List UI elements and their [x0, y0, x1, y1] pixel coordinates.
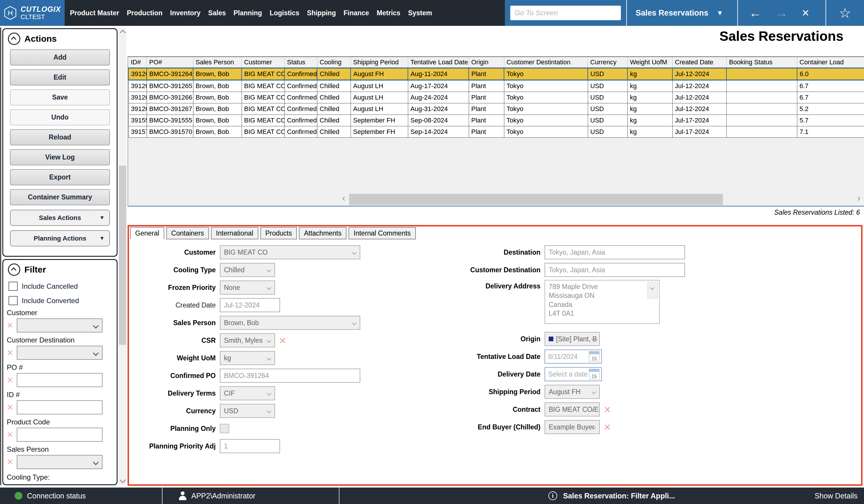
cell-shipping-period[interactable]: August LH	[351, 92, 408, 103]
cell-container-load[interactable]: 6.0	[797, 68, 864, 80]
cell-customer[interactable]: BIG MEAT CO	[242, 80, 285, 92]
cell-origin[interactable]: Plant	[469, 80, 504, 92]
nav-item-finance[interactable]: Finance	[344, 9, 369, 17]
goto-screen-input[interactable]	[510, 5, 621, 20]
col-header-status[interactable]: Status	[285, 57, 317, 68]
col-header-po[interactable]: PO#	[147, 57, 193, 68]
clear-icon[interactable]: ×	[604, 404, 611, 415]
cell-origin[interactable]: Plant	[469, 126, 504, 138]
cell-cooling[interactable]: Chilled	[317, 126, 351, 138]
clear-icon[interactable]: ×	[3, 402, 17, 413]
export-button[interactable]: Export	[10, 169, 110, 185]
nav-item-planning[interactable]: Planning	[233, 9, 262, 17]
col-header-customer[interactable]: Customer	[242, 57, 285, 68]
cell-po[interactable]: BMCO-391570	[147, 126, 193, 138]
cell-sales-person[interactable]: Brown, Bob	[193, 80, 242, 92]
cell-id[interactable]: 391264	[129, 68, 147, 80]
calendar-icon[interactable]: 15	[589, 351, 600, 362]
show-details-link[interactable]: Show Details	[815, 488, 857, 504]
cell-id[interactable]: 391267	[129, 103, 147, 115]
edit-button[interactable]: Edit	[10, 69, 110, 85]
customer-select[interactable]: BIG MEAT CO	[220, 245, 360, 259]
cell-sales-person[interactable]: Brown, Bob	[193, 68, 242, 80]
collapse-chevron-icon[interactable]	[8, 33, 20, 45]
cell-weight-uofm[interactable]: kg	[627, 68, 672, 80]
cell-tentative-load-date[interactable]: Aug-11-2024	[408, 68, 469, 80]
cell-status[interactable]: Confirmed	[285, 115, 317, 126]
scrollbar-thumb[interactable]	[119, 165, 127, 345]
cell-cooling[interactable]: Chilled	[317, 115, 351, 126]
planning-only-checkbox[interactable]	[220, 424, 229, 433]
delivery-date-date-input[interactable]: Select a date15	[544, 367, 602, 381]
clear-icon[interactable]: ×	[3, 375, 17, 385]
reload-button[interactable]: Reload	[10, 129, 110, 145]
cell-customer[interactable]: BIG MEAT CO	[242, 115, 285, 126]
cell-sales-person[interactable]: Brown, Bob	[193, 92, 242, 103]
clear-icon[interactable]: ×	[604, 421, 611, 433]
cell-status[interactable]: Confirmed	[285, 126, 317, 138]
cell-origin[interactable]: Plant	[469, 92, 504, 103]
shipping-period-select[interactable]: August FH	[544, 385, 600, 399]
cell-customer-destintation[interactable]: Tokyo	[504, 115, 588, 126]
cell-weight-uofm[interactable]: kg	[627, 80, 672, 92]
origin-select[interactable]: [Site] Plant, B	[544, 332, 600, 346]
cell-booking-status[interactable]	[727, 126, 797, 138]
cell-origin[interactable]: Plant	[469, 103, 504, 115]
favorite-star-icon[interactable]: ☆	[826, 6, 864, 20]
cell-customer[interactable]: BIG MEAT CO	[242, 68, 285, 80]
cell-currency[interactable]: USD	[588, 80, 627, 92]
cell-customer[interactable]: BIG MEAT CO	[242, 103, 285, 115]
cell-id[interactable]: 391266	[129, 92, 147, 103]
col-header-tentative-load-date[interactable]: Tentative Load Date	[408, 57, 469, 68]
col-header-id[interactable]: ID#	[129, 57, 147, 68]
tab-containers[interactable]: Containers	[166, 227, 209, 239]
tentative-load-date-date-input[interactable]: 8/11/202415	[544, 349, 602, 364]
cell-po[interactable]: BMCO-391266	[147, 92, 193, 103]
cell-booking-status[interactable]	[727, 115, 797, 126]
cell-customer[interactable]: BIG MEAT CO	[242, 92, 285, 103]
calendar-icon[interactable]: 15	[589, 369, 600, 380]
filter-po-input[interactable]	[17, 373, 103, 387]
col-header-origin[interactable]: Origin	[469, 57, 504, 68]
col-header-currency[interactable]: Currency	[588, 57, 627, 68]
cell-currency[interactable]: USD	[588, 126, 627, 138]
cell-sales-person[interactable]: Brown, Bob	[193, 103, 242, 115]
nav-item-shipping[interactable]: Shipping	[307, 9, 336, 17]
cell-container-load[interactable]: 5.7	[797, 115, 864, 126]
cell-weight-uofm[interactable]: kg	[627, 92, 672, 103]
checkbox-include-cancelled[interactable]	[9, 282, 17, 291]
clear-icon[interactable]: ×	[3, 429, 17, 440]
cell-customer[interactable]: BIG MEAT CO	[242, 126, 285, 138]
cell-weight-uofm[interactable]: kg	[627, 103, 672, 115]
cell-shipping-period[interactable]: August LH	[351, 103, 408, 115]
sales-actions-menu-button[interactable]: Sales Actions▼	[10, 210, 110, 226]
table-row[interactable]: 391570BMCO-391570Brown, BobBIG MEAT COCo…	[129, 126, 864, 138]
tab-attachments[interactable]: Attachments	[299, 227, 347, 239]
cell-container-load[interactable]: 6.7	[797, 92, 864, 103]
cell-sales-person[interactable]: Brown, Bob	[193, 115, 242, 126]
save-button[interactable]: Save	[10, 89, 110, 106]
cell-created-date[interactable]: Jul-17-2024	[672, 115, 727, 126]
destination-input[interactable]: Tokyo, Japan, Asia	[544, 245, 685, 259]
cell-customer-destintation[interactable]: Tokyo	[504, 92, 588, 103]
cell-cooling[interactable]: Chilled	[317, 103, 351, 115]
col-header-sales-person[interactable]: Sales Person	[193, 57, 242, 68]
cell-status[interactable]: Confirmed	[285, 92, 317, 103]
cell-shipping-period[interactable]: September FH	[351, 126, 408, 138]
cell-created-date[interactable]: Jul-17-2024	[672, 126, 727, 138]
cell-shipping-period[interactable]: August FH	[351, 68, 408, 80]
cell-po[interactable]: BMCO-391264	[147, 68, 193, 80]
table-row[interactable]: 391265BMCO-391265Brown, BobBIG MEAT COCo…	[129, 80, 864, 92]
customer-destination-input[interactable]: Tokyo, Japan, Asia	[544, 263, 685, 277]
nav-item-logistics[interactable]: Logistics	[270, 9, 299, 17]
cell-shipping-period[interactable]: August LH	[351, 80, 408, 92]
clear-icon[interactable]: ×	[3, 347, 17, 358]
col-header-created-date[interactable]: Created Date	[672, 57, 727, 68]
table-row[interactable]: 391266BMCO-391266Brown, BobBIG MEAT COCo…	[129, 92, 864, 103]
cell-booking-status[interactable]	[727, 68, 797, 80]
cell-id[interactable]: 391555	[129, 115, 147, 126]
cell-cooling[interactable]: Chilled	[317, 68, 351, 80]
created-date-input[interactable]: Jul-12-2024	[220, 298, 280, 312]
col-header-cooling[interactable]: Cooling	[317, 57, 351, 68]
sidebar-scrollbar[interactable]	[119, 28, 127, 485]
